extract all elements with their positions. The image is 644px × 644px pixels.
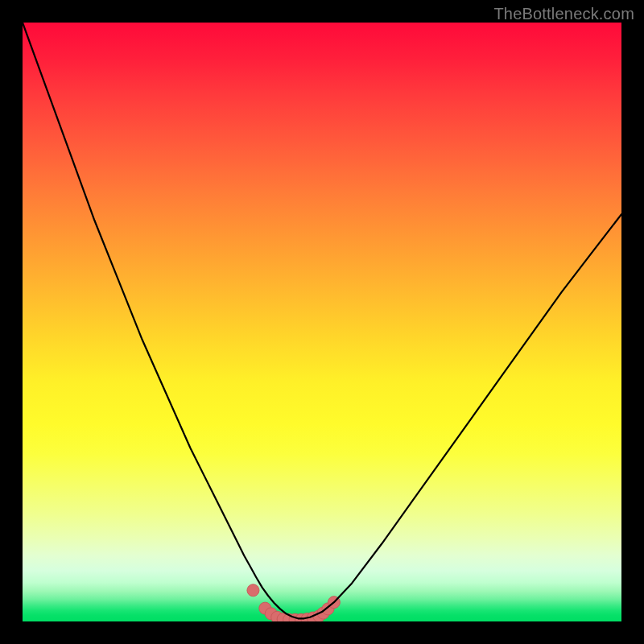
- floor-marker: [247, 584, 259, 597]
- plot-area: [23, 23, 621, 621]
- watermark-text: TheBottleneck.com: [493, 5, 634, 23]
- marker-group: [247, 584, 340, 621]
- bottleneck-curve: [23, 23, 621, 618]
- chart-svg: [23, 23, 621, 621]
- chart-frame: TheBottleneck.com line: [0, 0, 644, 644]
- chart-type-label: line: [0, 0, 1, 1]
